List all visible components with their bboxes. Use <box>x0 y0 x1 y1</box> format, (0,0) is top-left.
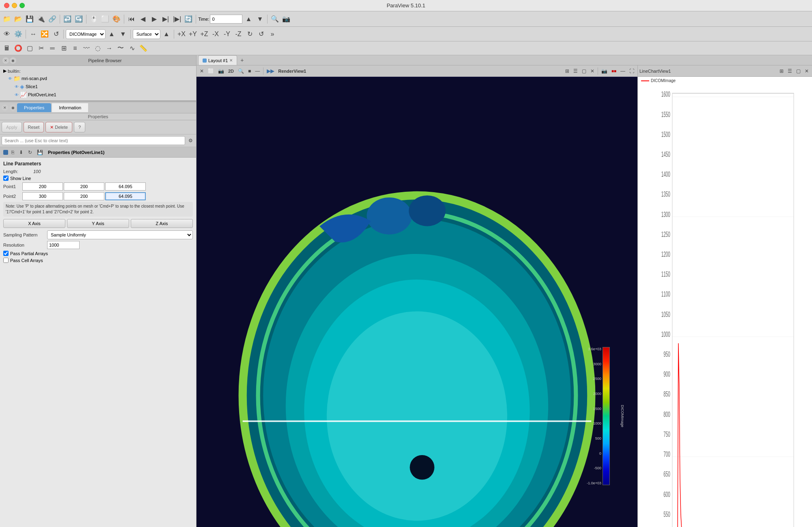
next-frame-button[interactable]: ▶| <box>160 13 171 25</box>
cv-close-button[interactable]: ✕ <box>803 67 810 75</box>
rv-close2-button[interactable]: ✕ <box>589 67 596 75</box>
rv-colorbar-button[interactable]: ■ <box>246 67 253 75</box>
settings-button[interactable]: ⚙️ <box>13 28 24 40</box>
pipeline-item-pvd[interactable]: 👁 📁 mri-scan.pvd <box>0 74 196 82</box>
arrows-button[interactable]: ↔ <box>28 28 39 40</box>
pipeline-item-plotoverline[interactable]: 👁 📈 PlotOverLine1 <box>0 91 196 99</box>
section-copy-button[interactable]: ⎘ <box>10 149 16 156</box>
show-line-checkbox[interactable] <box>3 176 9 181</box>
eye-button[interactable]: 👁 <box>2 28 12 40</box>
connect-button[interactable]: 🔌 <box>36 13 46 25</box>
view-x-pos[interactable]: +X <box>176 28 187 40</box>
tab-information[interactable]: Information <box>52 103 88 112</box>
sphere-button[interactable]: ⭕ <box>13 43 24 54</box>
interact-button[interactable]: 🖱️ <box>89 13 99 25</box>
rv-cam-button[interactable]: 📷 <box>600 67 609 75</box>
pipeline-close-x2[interactable]: ◉ <box>10 57 16 64</box>
search-input[interactable] <box>2 136 185 145</box>
calc-button[interactable]: 🖩 <box>2 43 12 54</box>
extract-button[interactable]: ⊞ <box>58 43 69 54</box>
cv-single-button[interactable]: ▢ <box>795 67 802 75</box>
view-y-neg[interactable]: -Y <box>222 28 232 40</box>
view-z-pos[interactable]: +Z <box>199 28 209 40</box>
pipeline-item-builtin[interactable]: ▶ builtin: <box>0 67 196 74</box>
save-button[interactable]: 💾 <box>24 13 35 25</box>
reset-button[interactable]: Reset <box>24 122 44 132</box>
select-button[interactable]: ⬜ <box>100 13 110 25</box>
open-button[interactable]: 📂 <box>13 13 24 25</box>
rv-close-button[interactable]: ✕ <box>198 67 205 75</box>
rv-orient-button[interactable]: ⛶ <box>628 67 636 75</box>
screenshot-button[interactable]: 📷 <box>281 13 292 25</box>
z-axis-button[interactable]: Z Axis <box>131 219 193 228</box>
view-y-pos[interactable]: +Y <box>188 28 198 40</box>
loop-button[interactable]: 🔄 <box>183 13 194 25</box>
rv-list-button[interactable]: ☰ <box>572 67 579 75</box>
section-down-button[interactable]: ⬇ <box>17 149 25 156</box>
representation-select[interactable]: Surface <box>133 29 160 39</box>
pipeline-close-x[interactable]: ✕ <box>2 57 9 64</box>
iso-button[interactable]: 〰 <box>81 43 92 54</box>
section-refresh-button[interactable]: ↻ <box>26 149 34 156</box>
active-source-select[interactable]: DICOMImage <box>66 29 106 39</box>
props-close-x2[interactable]: ◉ <box>10 104 16 111</box>
tab-properties[interactable]: Properties <box>17 103 51 112</box>
disconnect-button[interactable]: 🔗 <box>47 13 58 25</box>
point2-x-input[interactable] <box>22 192 63 200</box>
rotate-cw[interactable]: ↻ <box>244 28 255 40</box>
zoom-button[interactable]: 🔍 <box>270 13 280 25</box>
point2-z-input[interactable] <box>105 192 146 200</box>
add-tab-button[interactable]: + <box>238 57 246 63</box>
y-axis-button[interactable]: Y Axis <box>67 219 129 228</box>
clip-button[interactable]: ✂ <box>36 43 46 54</box>
view-x-neg[interactable]: -X <box>210 28 221 40</box>
sampling-select[interactable]: Sample Uniformly Sample At Cell Boundari… <box>47 230 193 239</box>
maximize-button[interactable] <box>19 3 25 8</box>
rv-screenshot-button[interactable]: 📷 <box>216 67 226 75</box>
point2-y-input[interactable] <box>64 192 104 200</box>
first-frame-button[interactable]: ⏮ <box>126 13 137 25</box>
section-save-button[interactable]: 💾 <box>35 149 45 156</box>
time-up[interactable]: ▲ <box>243 13 254 25</box>
threshold-button[interactable]: ≡ <box>70 43 80 54</box>
more-button[interactable]: » <box>267 28 278 40</box>
play-button[interactable]: ▶ <box>149 13 160 25</box>
active-source-up[interactable]: ▲ <box>106 28 117 40</box>
render-viewport[interactable]: Z X Y 3.6e+03 <box>197 77 637 527</box>
rotate-button[interactable]: ↺ <box>51 28 61 40</box>
orient-button[interactable]: 🔀 <box>39 28 50 40</box>
rv-dash-button[interactable]: — <box>619 67 627 75</box>
cv-grid-button[interactable]: ⊞ <box>778 67 785 75</box>
rv-sep-button[interactable]: — <box>253 67 261 75</box>
undo-button[interactable]: ↩️ <box>62 13 73 25</box>
pipeline-item-slice[interactable]: 👁 ◈ Slice1 <box>0 82 196 91</box>
redo-button[interactable]: ↪️ <box>73 13 84 25</box>
warp-button[interactable]: ∿ <box>127 43 137 54</box>
minimize-button[interactable] <box>12 3 17 8</box>
resolution-input[interactable] <box>47 241 80 249</box>
box-button[interactable]: ▢ <box>24 43 35 54</box>
glyph-button[interactable]: → <box>104 43 114 54</box>
view-z-neg[interactable]: -Z <box>233 28 244 40</box>
rep-up[interactable]: ▲ <box>161 28 172 40</box>
last-frame-button[interactable]: |▶| <box>172 13 182 25</box>
rv-zoom-button[interactable]: 🔍 <box>236 67 246 75</box>
rv-maximize-button[interactable]: ⬜ <box>206 67 216 75</box>
rv-single-button[interactable]: ▢ <box>580 67 588 75</box>
active-source-down[interactable]: ▼ <box>118 28 128 40</box>
point1-z-input[interactable] <box>105 182 146 191</box>
apply-button[interactable]: Apply <box>2 122 22 132</box>
layout-tab-close[interactable]: ✕ <box>229 58 233 63</box>
layout-tab[interactable]: Layout #1 ✕ <box>198 55 237 65</box>
help-button[interactable]: ? <box>74 122 85 132</box>
stream-button[interactable]: 〜 <box>115 43 126 54</box>
surface-select-button[interactable]: 🎨 <box>111 13 122 25</box>
time-input[interactable] <box>210 15 242 24</box>
ruler-button[interactable]: 📏 <box>138 43 149 54</box>
props-close-x[interactable]: ✕ <box>2 104 8 111</box>
rotate-ccw[interactable]: ↺ <box>256 28 266 40</box>
delete-button[interactable]: ✕ Delete <box>45 122 72 132</box>
search-settings-button[interactable]: ⚙ <box>187 137 194 144</box>
prev-frame-button[interactable]: ◀ <box>138 13 148 25</box>
rv-grid-button[interactable]: ⊞ <box>564 67 571 75</box>
